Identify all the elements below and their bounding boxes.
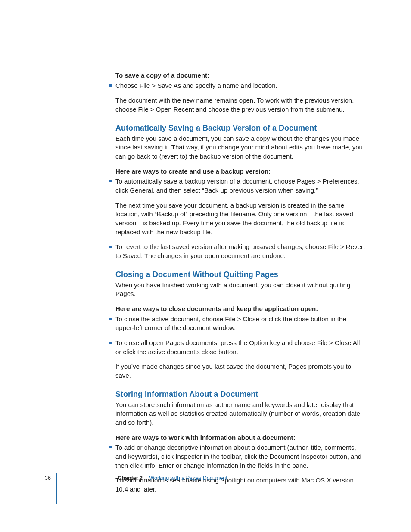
heading-backup: Automatically Saving a Backup Version of…	[115, 124, 365, 133]
list-storing: To add or change descriptive information…	[115, 443, 365, 494]
list-item: To close all open Pages documents, press…	[115, 339, 365, 380]
lead-storing: Here are ways to work with information a…	[115, 433, 365, 442]
list-item: To close the active document, choose Fil…	[115, 315, 365, 333]
intro-storing: You can store such information as author…	[115, 401, 365, 427]
list-item: To revert to the last saved version afte…	[115, 243, 365, 260]
lead-backup: Here are ways to create and use a backup…	[115, 167, 365, 176]
follow-text: If you’ve made changes since you last sa…	[115, 362, 365, 380]
page-number: 36	[45, 475, 51, 481]
list-item: Choose File > Save As and specify a name…	[115, 81, 365, 114]
page-footer: 36 Chapter 2 Working with a Pages Docume…	[45, 475, 364, 481]
bullet-text: Choose File > Save As and specify a name…	[115, 82, 277, 89]
bullet-text: To automatically save a backup version o…	[115, 177, 359, 194]
chapter-label: Chapter 2	[118, 475, 143, 481]
follow-text: The next time you save your document, a …	[115, 201, 365, 237]
page-content: To save a copy of a document: Choose Fil…	[115, 71, 365, 500]
lead-closing: Here are ways to close documents and kee…	[115, 305, 365, 313]
chapter-title: Working with a Pages Document	[149, 475, 227, 481]
list-save-copy: Choose File > Save As and specify a name…	[115, 81, 365, 114]
lead-save-copy: To save a copy of a document:	[115, 71, 365, 80]
list-item: To add or change descriptive information…	[115, 443, 365, 494]
list-backup: To automatically save a backup version o…	[115, 177, 365, 261]
bullet-text: To add or change descriptive information…	[115, 444, 361, 469]
bullet-text: To close all open Pages documents, press…	[115, 339, 360, 355]
intro-closing: When you have finished working with a do…	[115, 281, 365, 299]
bullet-text: To close the active document, choose Fil…	[115, 315, 346, 332]
list-item: To automatically save a backup version o…	[115, 177, 365, 236]
bullet-text: To revert to the last saved version afte…	[115, 243, 365, 259]
heading-closing: Closing a Document Without Quitting Page…	[115, 270, 365, 279]
heading-storing: Storing Information About a Document	[115, 390, 365, 399]
intro-backup: Each time you save a document, you can s…	[115, 134, 365, 161]
follow-text: The document with the new name remains o…	[115, 96, 365, 114]
list-closing: To close the active document, choose Fil…	[115, 315, 365, 380]
